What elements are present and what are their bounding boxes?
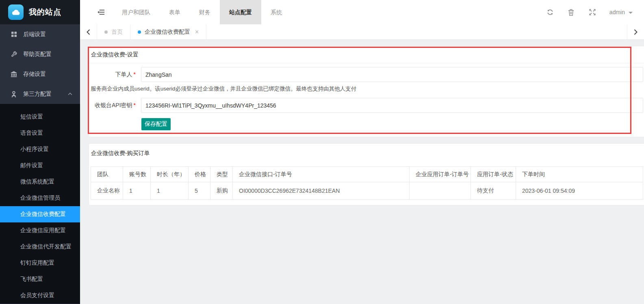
col-account-count: 账号数 bbox=[123, 167, 151, 182]
tab-home[interactable]: 首页 bbox=[97, 24, 130, 39]
tab-label: 企业微信收费配置 bbox=[145, 28, 190, 36]
nav-item-forms[interactable]: 表单 bbox=[160, 0, 190, 24]
refresh-icon[interactable] bbox=[540, 0, 561, 24]
topbar-actions: admin bbox=[540, 0, 644, 24]
top-navbar: 用户和团队 表单 财务 站点配置 系统 bbox=[80, 0, 644, 24]
orderer-label: 下单人* bbox=[94, 71, 136, 78]
trash-icon[interactable] bbox=[561, 0, 582, 24]
col-order-time: 下单时间 bbox=[516, 167, 643, 182]
sidebar-item-miniprogram-settings[interactable]: 小程序设置 bbox=[0, 141, 80, 157]
tab-wecom-billing-config[interactable]: 企业微信收费配置 × bbox=[130, 24, 206, 39]
submenu-label: 语音设置 bbox=[20, 129, 43, 137]
settings-form: 下单人* 服务商企业内成员userid。该userid必须登录过企业微信，并且企… bbox=[89, 63, 644, 130]
orderer-help-text: 服务商企业内成员userid。该userid必须登录过企业微信，并且企业微信已绑… bbox=[91, 85, 643, 93]
sidebar-item-member-payment-settings[interactable]: 会员支付设置 bbox=[0, 287, 80, 304]
submenu-label: 企业微信收费配置 bbox=[20, 211, 66, 218]
main-area: 用户和团队 表单 财务 站点配置 系统 bbox=[80, 0, 644, 304]
sidebar-item-wechat-system-config[interactable]: 微信系统配置 bbox=[0, 174, 80, 190]
nav-item-site-config[interactable]: 站点配置 bbox=[220, 0, 261, 24]
sidebar-menu: 后端设置 帮助页配置 bbox=[0, 24, 80, 304]
wrench-icon bbox=[10, 51, 17, 57]
submenu-label: 会员支付设置 bbox=[20, 292, 54, 299]
tab-bar: 首页 企业微信收费配置 × bbox=[80, 24, 644, 40]
username: admin bbox=[609, 9, 625, 15]
cell-wecom-api-order-no: OI00000D3CC26962E7324148B21EAN bbox=[233, 182, 410, 200]
col-team: 团队 bbox=[91, 167, 123, 182]
cell-type: 新购 bbox=[210, 182, 233, 200]
col-price: 价格 bbox=[189, 167, 210, 182]
site-title: 我的站点 bbox=[29, 7, 61, 17]
sidebar-item-wecom-billing-config[interactable]: 企业微信收费配置 bbox=[0, 206, 80, 222]
submenu-label: 钉钉应用配置 bbox=[20, 259, 54, 267]
chevron-right-icon[interactable] bbox=[627, 24, 644, 39]
cashier-api-key-input[interactable] bbox=[141, 98, 643, 113]
submenu-label: 微信系统配置 bbox=[20, 178, 54, 185]
close-icon[interactable]: × bbox=[195, 29, 199, 35]
required-asterisk: * bbox=[134, 102, 136, 108]
caret-down-icon bbox=[629, 12, 633, 14]
submenu-label: 企业微信管理员 bbox=[20, 194, 60, 202]
submenu-label: 飞书配置 bbox=[20, 276, 43, 283]
user-menu[interactable]: admin bbox=[603, 0, 644, 24]
nav-item-system[interactable]: 系统 bbox=[261, 0, 291, 24]
sidebar-item-label: 帮助页配置 bbox=[23, 51, 52, 58]
sidebar-item-voice-settings[interactable]: 语音设置 bbox=[0, 125, 80, 141]
cell-app-order-no bbox=[410, 182, 471, 200]
fullscreen-icon[interactable] bbox=[582, 0, 603, 24]
sidebar-item-mail-settings[interactable]: 邮件设置 bbox=[0, 157, 80, 174]
app-window: 我的站点 后端设置 帮助页配置 bbox=[0, 0, 644, 304]
sidebar-submenu: 短信设置 语音设置 小程序设置 邮件设置 微信系统配置 企业微信管理员 企业微信… bbox=[0, 104, 80, 304]
save-config-button[interactable]: 保存配置 bbox=[141, 118, 171, 130]
col-duration-years: 时长（年） bbox=[151, 167, 189, 182]
grid-icon bbox=[10, 31, 17, 37]
sidebar-item-label: 存储设置 bbox=[23, 71, 46, 78]
sidebar-item-feishu-config[interactable]: 飞书配置 bbox=[0, 271, 80, 287]
col-wecom-api-order-no: 企业微信接口-订单号 bbox=[233, 167, 410, 182]
sidebar-item-wecom-app-config[interactable]: 企业微信应用配置 bbox=[0, 222, 80, 239]
person-icon bbox=[10, 91, 17, 97]
settings-card: 企业微信收费-设置 下单人* 服务商企业内成员userid。该userid必须登… bbox=[89, 46, 644, 137]
sidebar-item-help-page-config[interactable]: 帮助页配置 bbox=[0, 44, 80, 64]
cell-order-time: 2023-06-01 09:54:09 bbox=[516, 182, 643, 200]
menu-fold-icon[interactable] bbox=[89, 0, 113, 24]
tab-status-dot bbox=[104, 30, 108, 34]
sidebar: 我的站点 后端设置 帮助页配置 bbox=[0, 0, 80, 304]
tab-label: 首页 bbox=[111, 28, 123, 36]
nav-item-users-teams[interactable]: 用户和团队 bbox=[113, 0, 160, 24]
sidebar-item-label: 后端设置 bbox=[23, 31, 46, 38]
sidebar-item-storage-settings[interactable]: 存储设置 bbox=[0, 64, 80, 84]
cloud-icon bbox=[8, 4, 24, 20]
sidebar-item-third-party-config[interactable]: 第三方配置 bbox=[0, 84, 80, 104]
cell-account-count: 1 bbox=[123, 182, 151, 200]
orders-header-row: 团队 账号数 时长（年） 价格 类型 企业微信接口-订单号 企业应用订单-订单号… bbox=[91, 167, 643, 182]
sidebar-item-label: 第三方配置 bbox=[23, 91, 52, 98]
table-row: 企业名称 1 1 5 新购 OI00000D3CC26962E7324148B2… bbox=[91, 182, 643, 200]
cell-duration-years: 1 bbox=[151, 182, 189, 200]
chevron-up-icon bbox=[68, 93, 72, 95]
col-app-order-status: 应用订单-状态 bbox=[471, 167, 516, 182]
sidebar-item-dingtalk-app-config[interactable]: 钉钉应用配置 bbox=[0, 255, 80, 271]
sidebar-item-backend-settings[interactable]: 后端设置 bbox=[0, 24, 80, 44]
tab-status-dot bbox=[138, 30, 141, 34]
submenu-label: 短信设置 bbox=[20, 113, 43, 121]
submenu-label: 邮件设置 bbox=[20, 162, 43, 169]
submenu-label: 企业微信应用配置 bbox=[20, 227, 66, 234]
sidebar-item-wecom-dev-config[interactable]: 企业微信代开发配置 bbox=[0, 239, 80, 255]
nav-item-finance[interactable]: 财务 bbox=[190, 0, 220, 24]
brand-header: 我的站点 bbox=[0, 0, 80, 24]
orderer-input[interactable] bbox=[141, 67, 643, 82]
sidebar-item-wecom-admin[interactable]: 企业微信管理员 bbox=[0, 190, 80, 206]
sidebar-item-sms-settings[interactable]: 短信设置 bbox=[0, 109, 80, 125]
orders-table-wrap: 团队 账号数 时长（年） 价格 类型 企业微信接口-订单号 企业应用订单-订单号… bbox=[89, 162, 644, 200]
cell-price: 5 bbox=[189, 182, 210, 200]
cashier-api-key-label: 收银台API密钥* bbox=[94, 102, 136, 109]
cell-team: 企业名称 bbox=[91, 182, 123, 200]
orders-table: 团队 账号数 时长（年） 价格 类型 企业微信接口-订单号 企业应用订单-订单号… bbox=[91, 166, 643, 200]
col-app-order-no: 企业应用订单-订单号 bbox=[410, 167, 471, 182]
submenu-label: 企业微信代开发配置 bbox=[20, 243, 72, 250]
col-type: 类型 bbox=[210, 167, 233, 182]
chevron-left-icon[interactable] bbox=[80, 24, 97, 39]
settings-card-title: 企业微信收费-设置 bbox=[89, 46, 644, 63]
field-label-text: 下单人 bbox=[115, 71, 132, 78]
cell-app-order-status: 待支付 bbox=[471, 182, 516, 200]
